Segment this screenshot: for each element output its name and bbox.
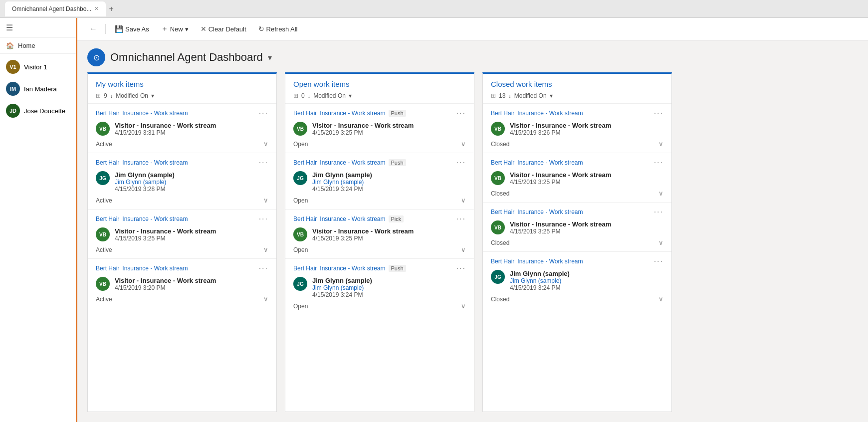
card-more-options-icon[interactable]: ··· [259,214,268,223]
card-info: Visitor - Insurance - Work stream 4/15/2… [510,220,663,235]
card-body: VB Visitor - Insurance - Work stream 4/1… [491,122,663,136]
card-expand-icon[interactable]: ∨ [461,197,466,204]
card-date: 4/15/2019 3:25 PM [115,235,268,242]
card-more-options-icon[interactable]: ··· [456,214,466,223]
new-button[interactable]: ＋ New ▾ [156,22,194,36]
card-header-left: Bert Hair Insurance - Work stream [491,110,583,117]
card-expand-icon[interactable]: ∨ [263,140,268,148]
sort-chevron-icon[interactable]: ▾ [349,92,352,99]
refresh-all-button[interactable]: ↻ Refresh All [253,22,303,35]
back-button[interactable]: ← [85,22,101,35]
column-header: My work items ⊞ 9 ↓ Modified On ▾ [88,74,276,104]
card-agent-name[interactable]: Bert Hair [96,265,119,272]
card-subject-name: Visitor - Insurance - Work stream [115,227,268,235]
card-stream-name[interactable]: Insurance - Work stream [320,159,385,166]
card-agent-name[interactable]: Bert Hair [293,265,317,272]
active-tab[interactable]: Omnichannel Agent Dashbo... ✕ [5,1,106,16]
card-type-badge: Push [389,159,406,166]
card-stream-name[interactable]: Insurance - Work stream [517,209,583,215]
tab-close-icon[interactable]: ✕ [94,5,99,12]
card-date: 4/15/2019 3:25 PM [312,129,466,136]
save-as-button[interactable]: 💾 Save As [110,22,154,35]
card-expand-icon[interactable]: ∨ [658,295,663,303]
card-more-options-icon[interactable]: ··· [654,109,663,118]
work-card: Bert Hair Insurance - Work stream ··· VB… [88,104,276,153]
avatar: VB [96,122,110,136]
card-more-options-icon[interactable]: ··· [654,158,663,167]
card-contact-link[interactable]: Jim Glynn (sample) [312,179,466,186]
card-contact-link[interactable]: Jim Glynn (sample) [312,284,466,291]
card-stream-name[interactable]: Insurance - Work stream [320,215,385,222]
card-agent-name[interactable]: Bert Hair [293,215,317,222]
sidebar-user-item[interactable]: JD Jose Doucette [0,100,76,122]
card-more-options-icon[interactable]: ··· [259,109,268,118]
hamburger-icon[interactable]: ☰ [6,23,13,32]
sort-chevron-icon[interactable]: ▾ [151,92,154,99]
card-expand-icon[interactable]: ∨ [461,246,466,253]
card-stream-name[interactable]: Insurance - Work stream [517,110,583,117]
card-header: Bert Hair Insurance - Work stream Push ·… [293,109,466,118]
card-expand-icon[interactable]: ∨ [658,190,663,197]
sidebar-user-item[interactable]: V1 Visitor 1 [0,56,76,78]
card-stream-name[interactable]: Insurance - Work stream [122,265,188,272]
card-more-options-icon[interactable]: ··· [259,264,268,273]
work-card: Bert Hair Insurance - Work stream ··· VB… [483,203,671,252]
card-agent-name[interactable]: Bert Hair [491,110,514,117]
card-expand-icon[interactable]: ∨ [658,239,663,246]
column-body: Bert Hair Insurance - Work stream ··· VB… [88,104,276,412]
card-type-badge: Pick [389,215,404,222]
avatar: JG [293,171,307,185]
card-stream-name[interactable]: Insurance - Work stream [320,110,385,117]
card-more-options-icon[interactable]: ··· [456,158,466,167]
card-expand-icon[interactable]: ∨ [263,246,268,253]
clear-default-button[interactable]: ✕ Clear Default [196,22,251,35]
card-expand-icon[interactable]: ∨ [461,302,466,310]
card-stream-name[interactable]: Insurance - Work stream [122,159,188,166]
card-stream-name[interactable]: Insurance - Work stream [122,110,188,117]
avatar: IM [6,82,20,96]
card-agent-name[interactable]: Bert Hair [491,209,514,215]
clear-default-label: Clear Default [209,25,246,33]
sort-chevron-icon[interactable]: ▾ [550,92,553,99]
card-header: Bert Hair Insurance - Work stream ··· [96,109,268,118]
card-contact-link[interactable]: Jim Glynn (sample) [115,179,268,186]
sidebar-home-item[interactable]: 🏠 Home [0,38,76,54]
card-expand-icon[interactable]: ∨ [461,140,466,148]
card-more-options-icon[interactable]: ··· [456,109,466,118]
card-agent-name[interactable]: Bert Hair [293,159,317,166]
card-agent-name[interactable]: Bert Hair [96,159,119,166]
card-agent-name[interactable]: Bert Hair [491,159,514,166]
card-more-options-icon[interactable]: ··· [259,158,268,167]
card-expand-icon[interactable]: ∨ [263,197,268,204]
card-date: 4/15/2019 3:25 PM [510,179,663,186]
sort-label: Modified On [116,92,148,99]
card-expand-icon[interactable]: ∨ [263,295,268,303]
card-agent-name[interactable]: Bert Hair [491,258,514,265]
card-status: Closed [491,296,509,303]
card-agent-name[interactable]: Bert Hair [96,110,119,117]
new-dropdown-icon[interactable]: ▾ [185,25,189,33]
toolbar: ← 💾 Save As ＋ New ▾ ✕ Clear Default ↻ Re… [77,18,868,40]
new-tab-button[interactable]: + [109,4,113,13]
card-agent-name[interactable]: Bert Hair [96,215,119,222]
column-header: Closed work items ⊞ 13 ↓ Modified On ▾ [483,74,671,104]
card-stream-name[interactable]: Insurance - Work stream [320,265,385,272]
sidebar-user-item[interactable]: IM Ian Madera [0,78,76,100]
card-stream-name[interactable]: Insurance - Work stream [122,215,188,222]
card-more-options-icon[interactable]: ··· [654,257,663,266]
card-agent-name[interactable]: Bert Hair [293,110,317,117]
card-footer: Open ∨ [293,140,466,148]
card-stream-name[interactable]: Insurance - Work stream [517,258,583,265]
page-title-chevron-icon[interactable]: ▾ [268,53,272,62]
work-card: Bert Hair Insurance - Work stream ··· JG… [483,252,671,308]
card-more-options-icon[interactable]: ··· [456,264,466,273]
card-expand-icon[interactable]: ∨ [658,140,663,148]
card-stream-name[interactable]: Insurance - Work stream [517,159,583,166]
card-body: VB Visitor - Insurance - Work stream 4/1… [96,227,268,242]
card-contact-link[interactable]: Jim Glynn (sample) [510,277,663,284]
card-more-options-icon[interactable]: ··· [654,208,663,216]
card-subject-name: Visitor - Insurance - Work stream [115,277,268,284]
card-header: Bert Hair Insurance - Work stream ··· [96,214,268,223]
card-date: 4/15/2019 3:25 PM [312,235,466,242]
work-card: Bert Hair Insurance - Work stream Push ·… [285,153,474,210]
